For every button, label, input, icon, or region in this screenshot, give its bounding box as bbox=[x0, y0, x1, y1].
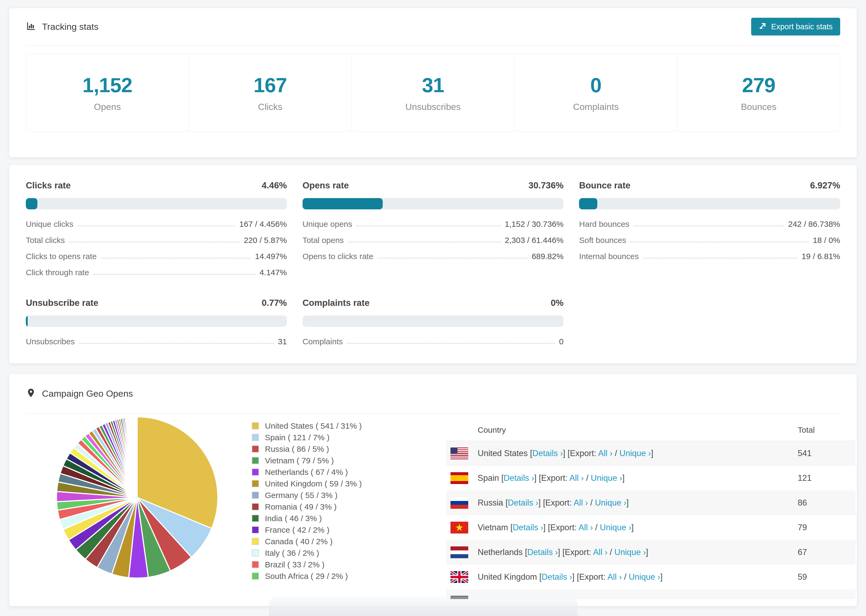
stat-row: Unsubscribes 31 bbox=[26, 337, 287, 346]
bracket: ] bbox=[627, 498, 629, 508]
stat-row-value: 0 bbox=[559, 337, 564, 346]
stat-row-label: Click through rate bbox=[26, 268, 89, 277]
legend-item[interactable]: United Kingdom ( 59 / 3% ) bbox=[252, 478, 362, 489]
rate-panel-value: 6.927% bbox=[810, 180, 840, 190]
legend-item[interactable]: United States ( 541 / 31% ) bbox=[252, 420, 362, 432]
legend-item[interactable]: Canada ( 40 / 2% ) bbox=[252, 536, 362, 547]
legend-swatch bbox=[252, 468, 259, 476]
legend-swatch bbox=[252, 526, 259, 533]
slash: / bbox=[588, 498, 595, 508]
stat-row-label: Unique clicks bbox=[26, 220, 73, 228]
geo-opens-pie-chart bbox=[54, 415, 220, 580]
legend-item[interactable]: India ( 46 / 3% ) bbox=[252, 512, 362, 524]
stat-row-value: 31 bbox=[278, 337, 287, 346]
legend-item[interactable]: Germany ( 55 / 3% ) bbox=[252, 489, 362, 501]
stat-row: Unique clicks 167 / 4.456% bbox=[26, 220, 287, 228]
country-name: Vietnam bbox=[478, 523, 508, 532]
country-flag bbox=[450, 448, 468, 459]
rate-panel: Bounce rate 6.927% Hard bounces 242 / 86… bbox=[579, 180, 840, 277]
campaign-geo-opens-card: Campaign Geo Opens United States ( 541 /… bbox=[9, 374, 857, 606]
details-link[interactable]: Details › bbox=[532, 449, 563, 458]
legend-item[interactable]: Italy ( 36 / 2% ) bbox=[252, 547, 362, 559]
legend-item[interactable]: Brazil ( 33 / 2% ) bbox=[252, 559, 362, 570]
details-link[interactable]: Details › bbox=[542, 572, 572, 581]
export-basic-stats-button[interactable]: Export basic stats bbox=[751, 18, 840, 36]
stat-value: 1,152 bbox=[83, 73, 132, 97]
legend-label: Spain ( 121 / 7% ) bbox=[265, 433, 329, 442]
legend-swatch bbox=[252, 515, 259, 522]
total-value: 121 bbox=[798, 473, 812, 483]
stat-row-label: Opens to clicks rate bbox=[302, 252, 373, 261]
legend-label: Russia ( 86 / 5% ) bbox=[265, 445, 329, 454]
export-prefix: [Export: bbox=[577, 572, 608, 581]
legend-swatch bbox=[252, 445, 259, 453]
rate-panel: Unsubscribe rate 0.77% Unsubscribes 31 bbox=[26, 298, 287, 346]
legend-item[interactable]: South Africa ( 29 / 2% ) bbox=[252, 570, 362, 582]
export-unique-link[interactable]: Unique › bbox=[595, 498, 627, 508]
dotted-leader bbox=[79, 343, 274, 344]
bracket: [ bbox=[523, 547, 527, 557]
export-unique-link[interactable]: Unique › bbox=[614, 547, 646, 557]
export-all-link[interactable]: All › bbox=[569, 473, 584, 483]
export-all-link[interactable]: All › bbox=[598, 449, 612, 458]
export-prefix: [Export: bbox=[539, 473, 569, 483]
stat-row-value: 4.147% bbox=[260, 268, 287, 277]
legend-item[interactable]: Netherlands ( 67 / 4% ) bbox=[252, 466, 362, 478]
slash: / bbox=[612, 449, 619, 458]
country-flag bbox=[450, 571, 468, 583]
stat-row-label: Total opens bbox=[302, 236, 344, 245]
bracket: [ bbox=[537, 572, 542, 581]
progress-bar-fill bbox=[26, 316, 28, 327]
details-link[interactable]: Details › bbox=[508, 498, 538, 508]
export-all-link[interactable]: All › bbox=[578, 523, 593, 532]
legend-label: Brazil ( 33 / 2% ) bbox=[265, 560, 324, 569]
export-icon bbox=[759, 22, 767, 32]
country-name: United Kingdom bbox=[478, 572, 537, 581]
details-link[interactable]: Details › bbox=[527, 547, 558, 557]
legend-label: India ( 46 / 3% ) bbox=[265, 514, 322, 523]
legend-item[interactable]: Russia ( 86 / 5% ) bbox=[252, 443, 362, 455]
bar-chart-icon bbox=[26, 21, 36, 32]
stat-row-value: 14.497% bbox=[255, 252, 287, 261]
legend-swatch bbox=[252, 572, 259, 580]
country-name: Netherlands bbox=[478, 547, 523, 557]
tracking-stats-card: Tracking stats Export basic stats 1,152 … bbox=[9, 8, 857, 157]
progress-bar-track bbox=[26, 316, 287, 327]
summary-stat-cell: 167 Clicks bbox=[189, 54, 351, 131]
export-all-link[interactable]: All › bbox=[607, 572, 622, 581]
bracket: [ bbox=[499, 473, 504, 483]
country-flag bbox=[450, 472, 468, 484]
summary-stat-cell: 279 Bounces bbox=[677, 54, 840, 131]
details-link[interactable]: Details › bbox=[504, 473, 534, 483]
table-row: Spain [Details ›] [Export: All › / Uniqu… bbox=[446, 466, 855, 490]
rate-panel: Clicks rate 4.46% Unique clicks 167 / 4.… bbox=[26, 180, 287, 277]
bracket: ] bbox=[534, 473, 539, 483]
stat-row: Soft bounces 18 / 0% bbox=[579, 236, 840, 245]
table-row: ★ Vietnam [Details ›] [Export: All › / U… bbox=[446, 515, 855, 540]
export-all-link[interactable]: All › bbox=[593, 547, 607, 557]
stat-row-label: Total clicks bbox=[26, 236, 65, 245]
progress-bar-fill bbox=[302, 198, 383, 209]
details-link[interactable]: Details › bbox=[513, 523, 543, 532]
export-unique-link[interactable]: Unique › bbox=[629, 572, 660, 581]
dotted-leader bbox=[378, 258, 527, 259]
legend-label: Netherlands ( 67 / 4% ) bbox=[265, 468, 348, 477]
legend-item[interactable]: Vietnam ( 79 / 5% ) bbox=[252, 455, 362, 466]
stat-value: 167 bbox=[254, 73, 287, 97]
bracket: ] bbox=[563, 449, 567, 458]
export-unique-link[interactable]: Unique › bbox=[600, 523, 631, 532]
dotted-leader bbox=[347, 343, 555, 344]
stat-value: 31 bbox=[422, 73, 444, 97]
legend-item[interactable]: Spain ( 121 / 7% ) bbox=[252, 432, 362, 443]
rate-panel-value: 30.736% bbox=[529, 180, 564, 190]
legend-item[interactable]: France ( 42 / 2% ) bbox=[252, 524, 362, 536]
stat-row-label: Unique opens bbox=[302, 220, 352, 228]
tracking-stats-header: Tracking stats Export basic stats bbox=[26, 8, 840, 46]
bracket: ] bbox=[660, 572, 663, 581]
export-unique-link[interactable]: Unique › bbox=[619, 449, 651, 458]
slash: / bbox=[593, 523, 600, 532]
legend-item[interactable]: Romania ( 49 / 3% ) bbox=[252, 501, 362, 512]
vn-flag-star: ★ bbox=[450, 522, 468, 533]
export-unique-link[interactable]: Unique › bbox=[590, 473, 622, 483]
export-all-link[interactable]: All › bbox=[574, 498, 588, 508]
